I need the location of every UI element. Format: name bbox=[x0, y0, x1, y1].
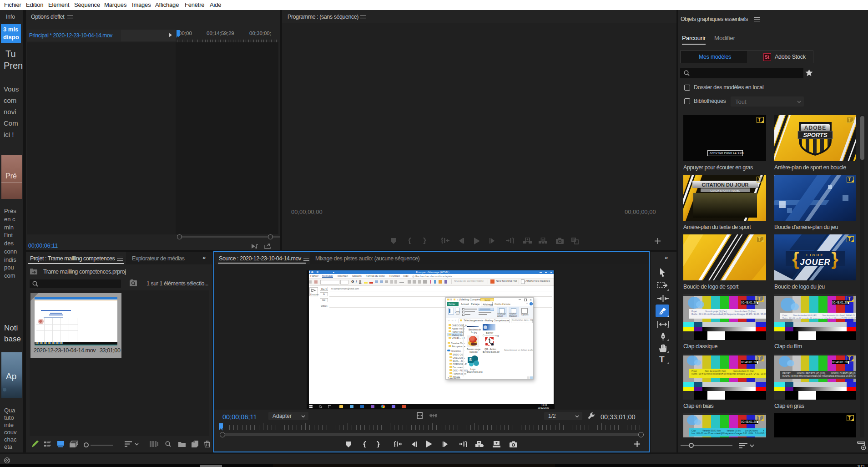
svg-text:SPORTS: SPORTS bbox=[803, 132, 828, 138]
svg-text:}: } bbox=[831, 249, 838, 269]
svg-text:LIGUE: LIGUE bbox=[806, 253, 824, 257]
svg-text:ADOBE: ADOBE bbox=[804, 125, 826, 131]
svg-text:CITATION DU JOUR: CITATION DU JOUR bbox=[702, 182, 749, 188]
svg-text:JOUER: JOUER bbox=[800, 258, 830, 267]
svg-text:COACH SPORTIF ADOBE: COACH SPORTIF ADOBE bbox=[710, 189, 740, 192]
svg-text:{: { bbox=[792, 249, 799, 269]
